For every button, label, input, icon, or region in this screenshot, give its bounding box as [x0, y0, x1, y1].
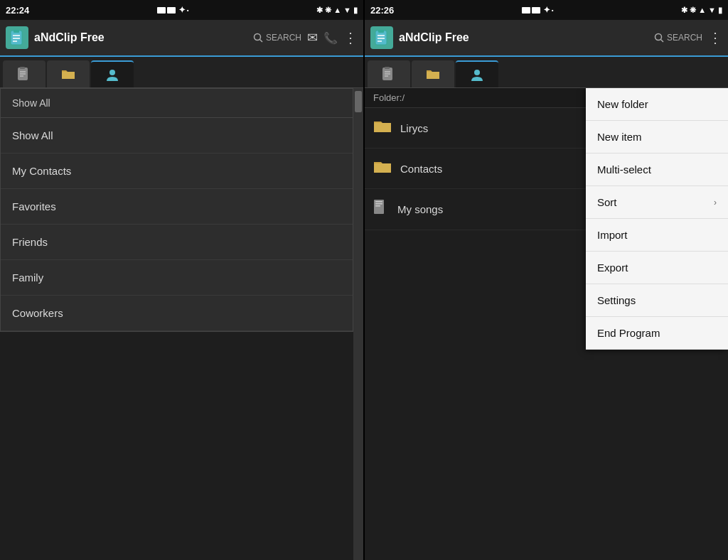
right-app-bar: aNdClip Free SEARCH ⋮: [365, 20, 728, 57]
svg-rect-28: [374, 123, 391, 132]
svg-point-13: [109, 70, 115, 75]
right-more-icon[interactable]: ⋮: [708, 29, 722, 46]
sort-chevron-icon: ›: [714, 198, 717, 208]
svg-point-5: [254, 34, 260, 41]
right-folder-contacts-label: Contacts: [400, 163, 442, 175]
context-menu-export[interactable]: Export: [586, 252, 728, 284]
right-app-icon: [370, 26, 393, 49]
svg-rect-15: [378, 30, 384, 33]
right-tab-folder[interactable]: [412, 60, 454, 87]
right-folder-icon-lirycs: [373, 118, 392, 138]
context-menu-new-folder[interactable]: New folder: [586, 88, 728, 121]
left-status-bar: 22:24 ✦ • ✱ ❋ ▲ ▼ ▮: [0, 0, 363, 20]
svg-rect-12: [62, 72, 75, 79]
context-menu-new-item[interactable]: New item: [586, 121, 728, 154]
right-app-title: aNdClip Free: [399, 31, 648, 44]
left-phone-icon[interactable]: 📞: [323, 31, 338, 45]
left-dropdown-item-favorites[interactable]: Favorites: [1, 189, 353, 225]
right-folder-lirycs-label: Lirycs: [400, 122, 428, 134]
right-status-bar: 22:26 ✦ • ✱ ❋ ▲ ▼ ▮: [365, 0, 728, 20]
left-time: 22:24: [6, 5, 29, 16]
right-status-icons: ✦ •: [522, 5, 554, 15]
right-context-menu: New folder New item Multi-select Sort › …: [586, 88, 728, 350]
svg-rect-31: [375, 201, 382, 203]
left-dropdown-item-show-all[interactable]: Show All: [1, 118, 353, 154]
svg-rect-32: [375, 203, 382, 205]
left-tab-bar: [0, 57, 363, 88]
left-dropdown-item-coworkers[interactable]: Coworkers: [1, 296, 353, 331]
left-scrollbar[interactable]: [353, 88, 363, 560]
context-menu-settings[interactable]: Settings: [586, 284, 728, 317]
right-folder-icon-contacts: [373, 158, 392, 178]
left-mail-icon[interactable]: ✉: [307, 30, 318, 45]
right-screen: 22:26 ✦ • ✱ ❋ ▲ ▼ ▮ aNdClip Free: [365, 0, 728, 560]
left-tab-clipboard[interactable]: [3, 60, 46, 87]
right-content: Folder:/ Lirycs Contacts: [365, 88, 728, 560]
svg-rect-26: [427, 72, 439, 79]
context-menu-import[interactable]: Import: [586, 219, 728, 252]
left-scroll-thumb: [355, 91, 362, 112]
right-tab-contacts[interactable]: [456, 60, 498, 87]
svg-point-19: [655, 34, 661, 41]
svg-rect-29: [374, 163, 391, 173]
svg-rect-8: [20, 67, 25, 69]
left-app-title: aNdClip Free: [34, 31, 247, 44]
left-screen: 22:24 ✦ • ✱ ❋ ▲ ▼ ▮ aNdClip Free: [0, 0, 363, 560]
right-search-button[interactable]: SEARCH: [654, 33, 702, 43]
context-menu-end-program[interactable]: End Program: [586, 317, 728, 350]
left-dropdown-header: Show All: [1, 89, 353, 118]
svg-rect-22: [385, 67, 390, 69]
svg-line-6: [259, 40, 262, 43]
right-file-mysongs-label: My songs: [397, 203, 443, 215]
left-app-icon: [6, 26, 28, 49]
left-dropdown-item-family[interactable]: Family: [1, 260, 353, 296]
right-tab-bar: [365, 57, 728, 88]
right-signal-icons: ✱ ❋ ▲ ▼ ▮: [681, 6, 722, 15]
svg-point-27: [474, 70, 480, 75]
right-file-icon-mysongs: [373, 199, 389, 220]
svg-line-20: [660, 40, 663, 43]
left-content: Show All Show All My Contacts Favorites …: [0, 88, 363, 560]
left-dropdown-item-my-contacts[interactable]: My Contacts: [1, 154, 353, 189]
context-menu-multi-select[interactable]: Multi-select: [586, 154, 728, 186]
context-menu-sort[interactable]: Sort ›: [586, 186, 728, 219]
left-app-bar: aNdClip Free SEARCH ✉ 📞 ⋮: [0, 20, 363, 57]
left-tab-folder[interactable]: [47, 60, 90, 87]
svg-rect-33: [375, 205, 380, 207]
left-signal-icons: ✱ ❋ ▲ ▼ ▮: [316, 6, 358, 15]
left-status-icons: ✦ •: [157, 5, 189, 15]
left-dropdown-panel: Show All Show All My Contacts Favorites …: [0, 88, 353, 332]
right-time: 22:26: [370, 5, 394, 16]
left-dropdown-item-friends[interactable]: Friends: [1, 225, 353, 260]
right-tab-clipboard[interactable]: [368, 60, 410, 87]
svg-rect-1: [14, 30, 19, 33]
left-tab-contacts[interactable]: [91, 60, 134, 87]
left-more-icon[interactable]: ⋮: [343, 29, 358, 46]
left-search-button[interactable]: SEARCH: [253, 33, 301, 43]
